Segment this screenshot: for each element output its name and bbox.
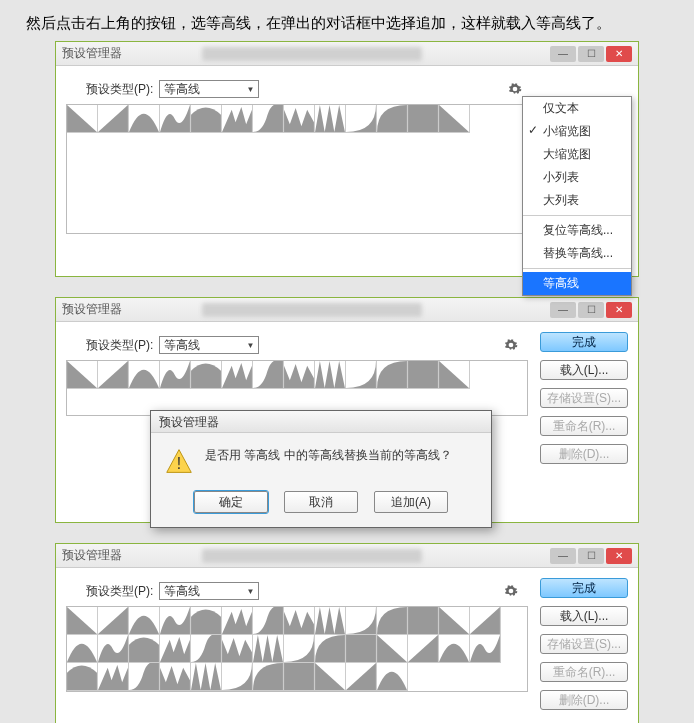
preset-thumbnail[interactable] xyxy=(377,663,408,691)
preset-thumbnail[interactable] xyxy=(470,607,501,635)
preset-thumbnail[interactable] xyxy=(98,663,129,691)
preset-thumbnail[interactable] xyxy=(129,105,160,133)
save-button[interactable]: 存储设置(S)... xyxy=(540,634,628,654)
preset-thumbnail[interactable] xyxy=(346,663,377,691)
dialog-ok-button[interactable]: 确定 xyxy=(194,491,268,513)
preset-thumbnail[interactable] xyxy=(377,361,408,389)
gear-icon[interactable] xyxy=(508,82,522,96)
preset-thumbnail[interactable] xyxy=(253,105,284,133)
preset-thumbnail[interactable] xyxy=(346,105,377,133)
preset-thumbnail[interactable] xyxy=(129,663,160,691)
preset-thumbnail[interactable] xyxy=(160,361,191,389)
preset-thumbnail[interactable] xyxy=(284,663,315,691)
preset-thumbnail[interactable] xyxy=(191,635,222,663)
preset-thumbnail[interactable] xyxy=(377,635,408,663)
preset-thumbnail[interactable] xyxy=(191,105,222,133)
preset-thumbnail[interactable] xyxy=(222,361,253,389)
gear-icon[interactable] xyxy=(504,584,518,598)
preset-thumbnail[interactable] xyxy=(315,105,346,133)
preset-thumbnail[interactable] xyxy=(284,635,315,663)
preset-thumbnail[interactable] xyxy=(439,361,470,389)
menu-text-only[interactable]: 仅文本 xyxy=(523,97,631,120)
preset-thumbnail[interactable] xyxy=(377,105,408,133)
done-button[interactable]: 完成 xyxy=(540,578,628,598)
preset-thumbnail[interactable] xyxy=(253,635,284,663)
preset-thumbnail[interactable] xyxy=(67,635,98,663)
preset-thumbnail[interactable] xyxy=(408,607,439,635)
maximize-button[interactable]: ☐ xyxy=(578,302,604,318)
preset-thumbnail[interactable] xyxy=(253,663,284,691)
preset-thumbnail[interactable] xyxy=(408,635,439,663)
preset-thumbnail[interactable] xyxy=(315,607,346,635)
preset-type-select[interactable]: 等高线 xyxy=(159,582,259,600)
rename-button[interactable]: 重命名(R)... xyxy=(540,662,628,682)
preset-type-select[interactable]: 等高线 xyxy=(159,336,259,354)
preset-thumbnail[interactable] xyxy=(67,607,98,635)
close-button[interactable]: ✕ xyxy=(606,302,632,318)
gear-icon[interactable] xyxy=(504,338,518,352)
preset-thumbnails[interactable] xyxy=(66,360,528,416)
preset-thumbnail[interactable] xyxy=(222,105,253,133)
dialog-append-button[interactable]: 追加(A) xyxy=(374,491,448,513)
preset-thumbnail[interactable] xyxy=(191,361,222,389)
load-button[interactable]: 载入(L)... xyxy=(540,606,628,626)
maximize-button[interactable]: ☐ xyxy=(578,46,604,62)
preset-type-select[interactable]: 等高线 xyxy=(159,80,259,98)
preset-thumbnail[interactable] xyxy=(253,361,284,389)
preset-thumbnail[interactable] xyxy=(439,105,470,133)
preset-thumbnail[interactable] xyxy=(98,105,129,133)
delete-button[interactable]: 删除(D)... xyxy=(540,444,628,464)
menu-small-thumb[interactable]: 小缩览图 xyxy=(523,120,631,143)
preset-thumbnail[interactable] xyxy=(98,361,129,389)
save-button[interactable]: 存储设置(S)... xyxy=(540,388,628,408)
preset-thumbnail[interactable] xyxy=(67,663,98,691)
preset-thumbnail[interactable] xyxy=(222,635,253,663)
maximize-button[interactable]: ☐ xyxy=(578,548,604,564)
preset-thumbnail[interactable] xyxy=(67,105,98,133)
menu-reset-contours[interactable]: 复位等高线... xyxy=(523,219,631,242)
preset-thumbnail[interactable] xyxy=(160,105,191,133)
preset-thumbnail[interactable] xyxy=(284,105,315,133)
preset-thumbnail[interactable] xyxy=(98,607,129,635)
preset-thumbnail[interactable] xyxy=(470,635,501,663)
preset-thumbnail[interactable] xyxy=(377,607,408,635)
preset-thumbnail[interactable] xyxy=(129,607,160,635)
preset-thumbnail[interactable] xyxy=(346,361,377,389)
preset-thumbnail[interactable] xyxy=(284,361,315,389)
minimize-button[interactable]: — xyxy=(550,302,576,318)
preset-thumbnail[interactable] xyxy=(253,607,284,635)
preset-thumbnail[interactable] xyxy=(67,361,98,389)
done-button[interactable]: 完成 xyxy=(540,332,628,352)
menu-contours[interactable]: 等高线 xyxy=(523,272,631,295)
menu-small-list[interactable]: 小列表 xyxy=(523,166,631,189)
menu-large-thumb[interactable]: 大缩览图 xyxy=(523,143,631,166)
close-button[interactable]: ✕ xyxy=(606,548,632,564)
dialog-cancel-button[interactable]: 取消 xyxy=(284,491,358,513)
preset-thumbnail[interactable] xyxy=(129,361,160,389)
load-button[interactable]: 载入(L)... xyxy=(540,360,628,380)
preset-thumbnail[interactable] xyxy=(284,607,315,635)
preset-thumbnail[interactable] xyxy=(98,635,129,663)
preset-thumbnail[interactable] xyxy=(346,635,377,663)
preset-thumbnail[interactable] xyxy=(129,635,160,663)
preset-thumbnail[interactable] xyxy=(408,105,439,133)
minimize-button[interactable]: — xyxy=(550,46,576,62)
close-button[interactable]: ✕ xyxy=(606,46,632,62)
preset-thumbnail[interactable] xyxy=(160,607,191,635)
preset-thumbnail[interactable] xyxy=(191,607,222,635)
preset-thumbnail[interactable] xyxy=(439,607,470,635)
preset-thumbnail[interactable] xyxy=(315,663,346,691)
menu-large-list[interactable]: 大列表 xyxy=(523,189,631,212)
preset-thumbnail[interactable] xyxy=(346,607,377,635)
preset-thumbnails[interactable] xyxy=(66,104,532,234)
preset-thumbnail[interactable] xyxy=(160,663,191,691)
delete-button[interactable]: 删除(D)... xyxy=(540,690,628,710)
preset-thumbnail[interactable] xyxy=(315,635,346,663)
minimize-button[interactable]: — xyxy=(550,548,576,564)
rename-button[interactable]: 重命名(R)... xyxy=(540,416,628,436)
preset-thumbnail[interactable] xyxy=(222,607,253,635)
preset-thumbnail[interactable] xyxy=(160,635,191,663)
preset-thumbnail[interactable] xyxy=(222,663,253,691)
menu-replace-contours[interactable]: 替换等高线... xyxy=(523,242,631,265)
preset-thumbnail[interactable] xyxy=(315,361,346,389)
